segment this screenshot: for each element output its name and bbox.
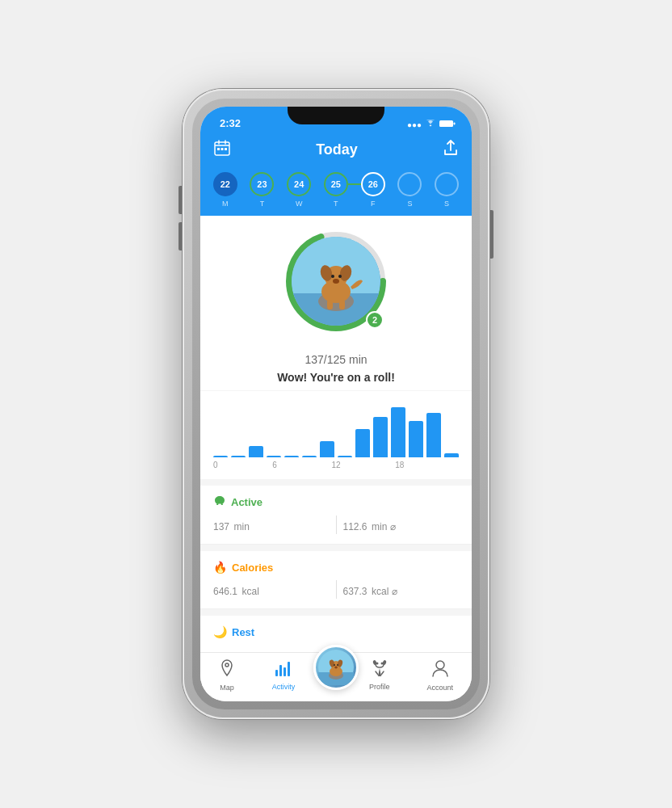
calories-avg-value: 637.3 kcal ⌀ — [343, 580, 460, 599]
volume-down-button[interactable] — [178, 222, 182, 250]
nav-activity[interactable]: Activity — [266, 659, 302, 692]
svg-rect-7 — [221, 148, 224, 150]
profile-ring-container[interactable]: 2 — [284, 229, 388, 334]
svg-point-18 — [331, 275, 334, 278]
svg-point-24 — [220, 499, 222, 500]
calendar-icon[interactable] — [213, 139, 231, 161]
map-icon — [219, 659, 235, 681]
day-sun[interactable]: S — [435, 172, 459, 208]
profile-section: 2 137/125 min Wow! You're on a roll! — [200, 216, 472, 390]
bar-5 — [302, 456, 317, 457]
day-thu[interactable]: 25 T — [324, 172, 348, 208]
svg-point-43 — [382, 660, 387, 666]
day-circle-22: 22 — [213, 172, 237, 196]
bar-3 — [267, 456, 281, 457]
profile-icon — [371, 660, 388, 680]
badge-count: 2 — [366, 311, 384, 329]
rest-label: Rest — [232, 626, 254, 638]
svg-point-25 — [225, 663, 229, 667]
active-avg-value: 112.6 min ⌀ — [343, 516, 460, 534]
svg-point-44 — [436, 661, 444, 669]
center-dog-button[interactable] — [313, 645, 359, 690]
bar-7 — [338, 456, 352, 457]
svg-rect-6 — [217, 148, 220, 150]
calories-icon: 🔥 — [213, 561, 227, 574]
bar-0 — [213, 456, 228, 457]
nav-profile-label: Profile — [369, 683, 390, 691]
bar-11 — [409, 421, 423, 457]
active-stat-header: Active — [213, 495, 459, 509]
phone-device: 2:32 ●●● — [183, 89, 489, 719]
app-header: Today — [200, 133, 472, 169]
active-avg: 112.6 — [343, 521, 368, 532]
bar-1 — [231, 456, 246, 457]
active-avg-unit: min ⌀ — [372, 521, 396, 532]
nav-map-label: Map — [220, 684, 234, 692]
active-current-value: 137 min — [213, 516, 330, 534]
bar-6 — [320, 441, 334, 457]
nav-account-label: Account — [426, 684, 453, 692]
minutes-current: 137 — [304, 353, 323, 366]
battery-icon — [439, 120, 456, 129]
calories-divider — [336, 580, 337, 599]
nav-profile[interactable]: Profile — [363, 659, 397, 692]
svg-rect-0 — [439, 120, 453, 127]
calories-stat-card[interactable]: 🔥 Calories 646.1 kcal 637.3 kcal ⌀ — [200, 551, 472, 609]
svg-point-39 — [334, 667, 338, 669]
account-icon — [432, 659, 448, 681]
stat-divider — [336, 516, 337, 534]
svg-point-23 — [217, 499, 219, 500]
active-icon — [213, 495, 226, 509]
active-stat-card[interactable]: Active 137 min 112.6 min ⌀ — [200, 486, 472, 545]
svg-point-42 — [372, 660, 377, 666]
main-content: 2 137/125 min Wow! You're on a roll! — [200, 216, 472, 652]
signal-icon: ●●● — [407, 120, 422, 129]
svg-rect-27 — [279, 665, 282, 676]
bar-8 — [355, 429, 370, 457]
chart-section: 0 6 12 18 — [200, 391, 472, 479]
activity-icon — [275, 660, 292, 680]
calories-unit: kcal — [242, 586, 259, 597]
day-sat[interactable]: S — [397, 172, 422, 208]
active-label: Active — [231, 496, 262, 508]
day-label-sun: S — [444, 200, 449, 208]
share-icon[interactable] — [443, 139, 459, 161]
nav-map[interactable]: Map — [212, 658, 242, 693]
day-fri[interactable]: 26 F — [361, 172, 385, 208]
calories-stat-header: 🔥 Calories — [213, 561, 459, 574]
svg-rect-1 — [454, 123, 456, 125]
day-tue[interactable]: 23 T — [250, 172, 274, 208]
svg-point-19 — [338, 275, 342, 278]
day-circle-25: 25 — [324, 172, 348, 196]
nav-activity-label: Activity — [272, 683, 296, 691]
day-wed[interactable]: 24 W — [287, 172, 311, 208]
svg-point-37 — [334, 664, 335, 666]
dog-avatar — [292, 237, 380, 326]
svg-rect-29 — [288, 662, 290, 676]
day-mon[interactable]: 22 M — [213, 172, 237, 208]
day-label-thu: T — [334, 200, 338, 208]
active-values: 137 min 112.6 min ⌀ — [213, 516, 459, 534]
active-unit: min — [234, 521, 250, 532]
calories-avg: 637.3 — [343, 586, 368, 597]
phone-inner: 2:32 ●●● — [192, 99, 480, 709]
rest-icon: 🌙 — [213, 625, 227, 638]
power-button[interactable] — [490, 210, 494, 259]
svg-rect-22 — [339, 300, 345, 309]
calories-avg-unit: kcal ⌀ — [372, 586, 397, 597]
svg-point-20 — [333, 279, 339, 284]
day-circle-24: 24 — [287, 172, 311, 196]
volume-up-button[interactable] — [178, 186, 182, 214]
phone-screen: 2:32 ●●● — [200, 107, 472, 701]
svg-rect-26 — [275, 670, 278, 676]
bar-4 — [284, 456, 299, 457]
page-title: Today — [316, 141, 358, 158]
bottom-nav: Map Activity — [200, 652, 472, 701]
nav-account[interactable]: Account — [420, 658, 460, 693]
day-label-wed: W — [296, 200, 303, 208]
chart-label-0: 0 — [213, 461, 218, 469]
nav-center[interactable] — [326, 666, 338, 669]
bar-10 — [391, 407, 405, 457]
chart-label-12: 12 — [331, 461, 340, 469]
minutes-display: 137/125 min — [304, 343, 367, 369]
